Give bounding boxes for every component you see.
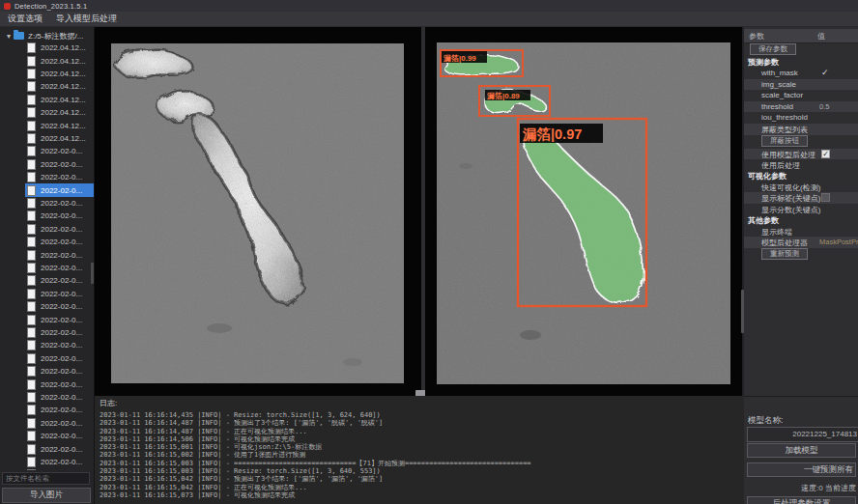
tree-item-label: 2022-02-0... (41, 264, 82, 272)
tree-item[interactable]: 2022-02-0... (0, 430, 94, 442)
param-label: 屏蔽类型列表 (761, 125, 808, 135)
param-scrollbar[interactable] (741, 290, 744, 333)
param-label: 使用模型后处理 (761, 150, 815, 160)
param-label: 显示分数(关键点) (761, 205, 820, 215)
tree-item[interactable]: 2022-02-0... (0, 210, 94, 222)
tree-item[interactable]: 2022-02-0... (0, 197, 94, 210)
tree-item[interactable]: 2022-02-0... (0, 236, 94, 248)
caret-down-icon[interactable]: ▾ (7, 32, 11, 41)
load-model-button[interactable]: 加载模型 (747, 443, 856, 458)
tree-item[interactable]: 2022-02-0... (0, 378, 94, 390)
param-label: scale_factor (761, 91, 803, 99)
tree-item-label: 2022-02-0... (41, 367, 82, 376)
param-use-postproc[interactable]: 使用后处理 (744, 159, 858, 171)
param-iou-threshold[interactable]: iou_threshold (744, 112, 858, 124)
tree-item[interactable]: 2022.04.12... (0, 106, 94, 119)
file-icon (27, 315, 36, 325)
tree-item[interactable]: 2022-02-0... (0, 300, 94, 313)
tree-item[interactable]: 2022-02-0... (0, 442, 94, 455)
param-label: img_scale (761, 80, 796, 89)
tree-item[interactable]: 2022-02-0... (0, 456, 94, 468)
model-name-field[interactable]: 20221225_174813 (747, 427, 858, 442)
window-title: Detection_2023.1.5.1 (14, 2, 87, 11)
postprocess-settings-button[interactable]: 后处理参数设置 (747, 496, 856, 504)
detection-label-1: 漏箔|0.99 (443, 54, 476, 63)
tree-item[interactable]: 2022.04.12... (0, 80, 94, 93)
param-with-mask[interactable]: with_mask✓ (744, 68, 858, 79)
tree-item[interactable]: 2022-02-0... (0, 326, 94, 339)
tree-item[interactable]: 2022.04.12... (0, 119, 94, 131)
tree-item[interactable]: 2022-02-0... (0, 288, 94, 300)
repredict-button[interactable]: 重新预测 (761, 248, 808, 260)
log-panel: 日志: 2023-01-11 16:16:14,435 |INFO| - Res… (95, 396, 744, 504)
tree-item[interactable]: 2022-02-0... (0, 404, 94, 416)
param-model-postprocessor[interactable]: 模型后处理器MaskPostPro (744, 237, 858, 248)
tree-item-label: 2022.04.12... (41, 122, 86, 130)
file-icon (27, 133, 36, 144)
param-col-header: 参数 (749, 31, 764, 42)
tree-item[interactable]: 2022-02-0... (0, 183, 94, 196)
tree-item[interactable]: 2022.04.12... (0, 54, 94, 67)
param-img-scale[interactable]: img_scale (744, 79, 858, 91)
save-params-button[interactable]: 保存参数 (750, 43, 796, 55)
tree-item[interactable]: 2022-02-0... (0, 248, 94, 261)
tree-item[interactable]: 2022-02-0... (0, 262, 94, 274)
tree-item[interactable]: 2022-02-0... (0, 274, 94, 287)
tree-item[interactable]: 2022-02-0... (0, 171, 94, 183)
param-show-labels[interactable]: 显示标签(关键点) (744, 192, 858, 204)
tree-item[interactable]: 2022.04.12... (0, 42, 94, 54)
tree-item[interactable]: 2022-02-0 (0, 468, 94, 470)
tree-item[interactable]: 2022-02-0... (0, 158, 94, 171)
checkbox-empty[interactable] (821, 193, 830, 202)
tree-item-label: 2022.04.12... (41, 134, 86, 143)
log-line: 2023-01-11 16:16:14,506 |INFO| - 可视化预测结果… (100, 435, 744, 443)
tree-item-label: 2022-02-0... (41, 147, 82, 155)
tree-item[interactable]: 2022-02-0... (0, 391, 94, 404)
tree-item-label: 2022-02-0... (41, 458, 82, 466)
file-icon (27, 379, 36, 390)
file-icon (27, 107, 36, 118)
log-title: 日志: (100, 398, 744, 408)
import-images-button[interactable]: 导入图片 (2, 488, 91, 503)
param-threshold[interactable]: threshold0.5 (744, 101, 858, 113)
param-show-terminal[interactable]: 显示终端 (744, 226, 858, 238)
tree-item[interactable]: 2022.04.12... (0, 132, 94, 145)
tree-root-folder[interactable]: ▾ Z:/5-标注数据/... (0, 30, 83, 42)
menu-import-model-postprocess[interactable]: 导入模型后处理 (56, 13, 117, 25)
file-icon (27, 56, 36, 67)
tree-item[interactable]: 2022-02-0... (0, 313, 94, 325)
tree-item[interactable]: 2022-02-0... (0, 223, 94, 236)
param-block-type-list[interactable]: 屏蔽类型列表 (744, 124, 858, 135)
file-icon (27, 69, 36, 79)
file-icon (27, 198, 36, 209)
tree-item[interactable]: 2022.04.12... (0, 94, 94, 106)
param-show-scores[interactable]: 显示分数(关键点) (744, 204, 858, 215)
tree-item[interactable]: 2022.04.12... (0, 68, 94, 80)
block-button[interactable]: 屏蔽按钮 (761, 135, 808, 147)
file-icon (27, 353, 36, 364)
log-lines[interactable]: 2023-01-11 16:16:14,435 |INFO| - Resize:… (100, 411, 744, 499)
tree-item[interactable]: 2022-02-0... (0, 417, 94, 430)
tree-item-label: 2022-02-0... (41, 328, 82, 337)
param-scale-factor[interactable]: scale_factor (744, 90, 858, 101)
tree-item[interactable]: 2022-02-0... (0, 339, 94, 351)
log-line: 2023-01-11 16:16:15,003 |INFO| - =======… (100, 460, 744, 467)
predict-all-button[interactable]: 一键预测所有 (747, 462, 856, 477)
param-quick-visual[interactable]: 快速可视化(检测) (744, 182, 858, 193)
tree-item[interactable]: 2022-02-0... (0, 365, 94, 378)
filename-search-input[interactable] (2, 472, 90, 485)
checkmark-icon: ✓ (821, 68, 829, 77)
original-image-canvas[interactable] (111, 43, 404, 383)
tree-item-label: 2022-02-0... (41, 354, 82, 363)
file-icon (27, 275, 36, 286)
tree-item[interactable]: 2022-02-0... (0, 145, 94, 157)
tree-scrollbar[interactable] (91, 263, 94, 284)
log-line: 2023-01-11 16:16:15,042 |INFO| - 正在可视化预测… (100, 484, 744, 491)
checkbox-checked[interactable]: ✓ (821, 150, 830, 158)
menu-settings[interactable]: 设置选项 (8, 13, 43, 25)
tree-item[interactable]: 2022-02-0... (0, 352, 94, 365)
file-icon (27, 263, 36, 273)
file-icon (27, 469, 36, 470)
prediction-image-canvas[interactable]: 漏箔|0.99 漏箔|0.89 漏箔|0.97 (437, 42, 730, 384)
param-use-model-postproc[interactable]: 使用模型后处理✓ (744, 149, 858, 160)
